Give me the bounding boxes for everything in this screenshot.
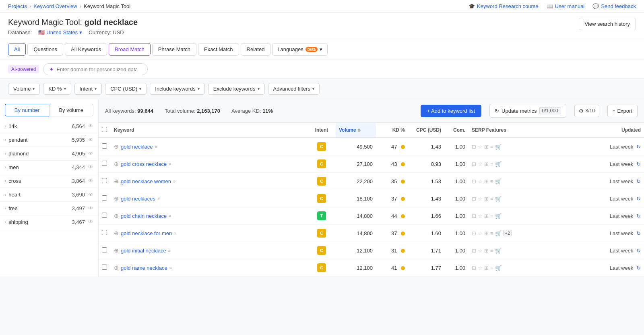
user-manual-link[interactable]: 📖 User manual (547, 3, 585, 9)
tab-all[interactable]: All (8, 43, 26, 56)
by-volume-button[interactable]: By volume (49, 104, 94, 116)
serp-star-icon[interactable]: ☆ (478, 248, 483, 254)
serp-cart-icon[interactable]: 🛒 (495, 196, 502, 202)
serp-image-icon[interactable]: ⊞ (484, 161, 489, 167)
refresh-icon[interactable]: ↻ (636, 196, 641, 202)
add-circle-icon[interactable]: ⊕ (114, 213, 119, 219)
eye-icon[interactable]: 👁 (88, 178, 93, 184)
serp-grid-icon[interactable]: ≡ (490, 230, 493, 236)
serp-star-icon[interactable]: ☆ (478, 178, 483, 184)
by-number-button[interactable]: By number (5, 104, 49, 116)
include-keywords-filter-button[interactable]: Include keywords ▾ (150, 83, 204, 95)
serp-grid-icon[interactable]: ≡ (490, 144, 493, 150)
add-circle-icon[interactable]: ⊕ (114, 195, 119, 202)
refresh-icon[interactable]: ↻ (636, 161, 641, 167)
sidebar-item[interactable]: › men 4,344 👁 (0, 161, 98, 174)
refresh-icon[interactable]: ↻ (636, 178, 641, 184)
serp-cart-icon[interactable]: 🛒 (495, 213, 502, 219)
refresh-icon[interactable]: ↻ (636, 265, 641, 271)
tab-related[interactable]: Related (241, 43, 271, 56)
tab-questions[interactable]: Questions (27, 43, 63, 56)
refresh-icon[interactable]: ↻ (636, 230, 641, 236)
advanced-filters-button[interactable]: Advanced filters ▾ (268, 83, 320, 95)
add-circle-icon[interactable]: ⊕ (114, 265, 119, 271)
serp-cart-icon[interactable]: 🛒 (495, 265, 502, 271)
serp-image-icon[interactable]: ⊞ (484, 144, 489, 150)
keyword-link[interactable]: ⊕ gold necklace for men » (114, 230, 304, 236)
settings-button[interactable]: ⚙ 8/10 (574, 105, 599, 117)
volume-filter-button[interactable]: Volume ▾ (8, 83, 40, 95)
keyword-link[interactable]: ⊕ gold necklace women » (114, 178, 304, 184)
row-checkbox[interactable] (102, 247, 107, 252)
keyword-link[interactable]: ⊕ gold necklace » (114, 143, 304, 150)
tab-exact-match[interactable]: Exact Match (198, 43, 239, 56)
sidebar-item[interactable]: › cross 3,864 👁 (0, 174, 98, 188)
serp-image-icon[interactable]: ⊞ (484, 196, 489, 202)
row-checkbox[interactable] (102, 178, 107, 183)
eye-icon[interactable]: 👁 (88, 219, 93, 225)
header-volume[interactable]: Volume ⇅ (336, 123, 376, 138)
serp-page-icon[interactable]: ⊡ (472, 213, 476, 219)
keyword-link[interactable]: ⊕ gold name necklace » (114, 265, 304, 271)
send-feedback-link[interactable]: 💬 Send feedback (592, 3, 636, 9)
select-all-checkbox[interactable] (102, 127, 107, 132)
serp-page-icon[interactable]: ⊡ (472, 196, 476, 202)
row-checkbox[interactable] (102, 143, 107, 149)
serp-page-icon[interactable]: ⊡ (472, 265, 476, 271)
row-checkbox[interactable] (102, 161, 107, 166)
update-metrics-button[interactable]: ↻ Update metrics 0/1,000 (489, 104, 566, 118)
sidebar-item[interactable]: › pendant 5,935 👁 (0, 133, 98, 147)
serp-cart-icon[interactable]: 🛒 (495, 144, 502, 150)
serp-star-icon[interactable]: ☆ (478, 196, 483, 202)
serp-page-icon[interactable]: ⊡ (472, 230, 476, 236)
kd-filter-button[interactable]: KD % ▾ (43, 83, 71, 95)
serp-star-icon[interactable]: ☆ (478, 230, 483, 236)
row-checkbox[interactable] (102, 265, 107, 270)
refresh-icon[interactable]: ↻ (636, 248, 641, 254)
sidebar-item[interactable]: › shipping 3,467 👁 (0, 215, 98, 229)
cpc-filter-button[interactable]: CPC (USD) ▾ (105, 83, 147, 95)
serp-cart-icon[interactable]: 🛒 (495, 178, 502, 184)
tab-broad-match[interactable]: Broad Match (109, 43, 151, 56)
eye-icon[interactable]: 👁 (88, 164, 93, 170)
row-checkbox[interactable] (102, 213, 107, 218)
serp-star-icon[interactable]: ☆ (478, 144, 483, 150)
row-checkbox[interactable] (102, 195, 107, 201)
serp-image-icon[interactable]: ⊞ (484, 178, 489, 184)
tab-phrase-match[interactable]: Phrase Match (152, 43, 196, 56)
eye-icon[interactable]: 👁 (88, 137, 93, 143)
add-circle-icon[interactable]: ⊕ (114, 161, 119, 167)
eye-icon[interactable]: 👁 (88, 151, 93, 157)
sidebar-item[interactable]: › free 3,497 👁 (0, 202, 98, 215)
add-circle-icon[interactable]: ⊕ (114, 178, 119, 184)
serp-grid-icon[interactable]: ≡ (490, 265, 493, 271)
serp-image-icon[interactable]: ⊞ (484, 265, 489, 271)
keyword-link[interactable]: ⊕ gold chain necklace » (114, 213, 304, 219)
serp-page-icon[interactable]: ⊡ (472, 248, 476, 254)
serp-cart-icon[interactable]: 🛒 (495, 161, 502, 167)
intent-filter-button[interactable]: Intent ▾ (74, 83, 102, 95)
domain-input-field[interactable] (56, 66, 137, 72)
add-to-keyword-list-button[interactable]: + Add to keyword list (421, 105, 482, 117)
keyword-link[interactable]: ⊕ gold necklaces » (114, 195, 304, 202)
ai-domain-input[interactable]: ✦ (43, 63, 148, 75)
keyword-research-course-link[interactable]: 🎓 Keyword Research course (469, 3, 538, 9)
eye-icon[interactable]: 👁 (88, 123, 93, 129)
sidebar-item[interactable]: › diamond 4,905 👁 (0, 147, 98, 161)
serp-image-icon[interactable]: ⊞ (484, 248, 489, 254)
keyword-link[interactable]: ⊕ gold cross necklace » (114, 161, 304, 167)
eye-icon[interactable]: 👁 (88, 192, 93, 198)
exclude-keywords-filter-button[interactable]: Exclude keywords ▾ (208, 83, 265, 95)
serp-grid-icon[interactable]: ≡ (490, 178, 493, 184)
breadcrumb-projects[interactable]: Projects (8, 3, 27, 9)
sidebar-item[interactable]: › 14k 6,564 👁 (0, 120, 98, 133)
serp-page-icon[interactable]: ⊡ (472, 144, 476, 150)
serp-star-icon[interactable]: ☆ (478, 213, 483, 219)
tab-all-keywords[interactable]: All Keywords (65, 43, 107, 56)
languages-button[interactable]: Languages beta ▾ (272, 43, 328, 56)
serp-page-icon[interactable]: ⊡ (472, 161, 476, 167)
serp-cart-icon[interactable]: 🛒 (495, 230, 502, 236)
serp-star-icon[interactable]: ☆ (478, 161, 483, 167)
serp-cart-icon[interactable]: 🛒 (495, 248, 502, 254)
add-circle-icon[interactable]: ⊕ (114, 230, 119, 236)
